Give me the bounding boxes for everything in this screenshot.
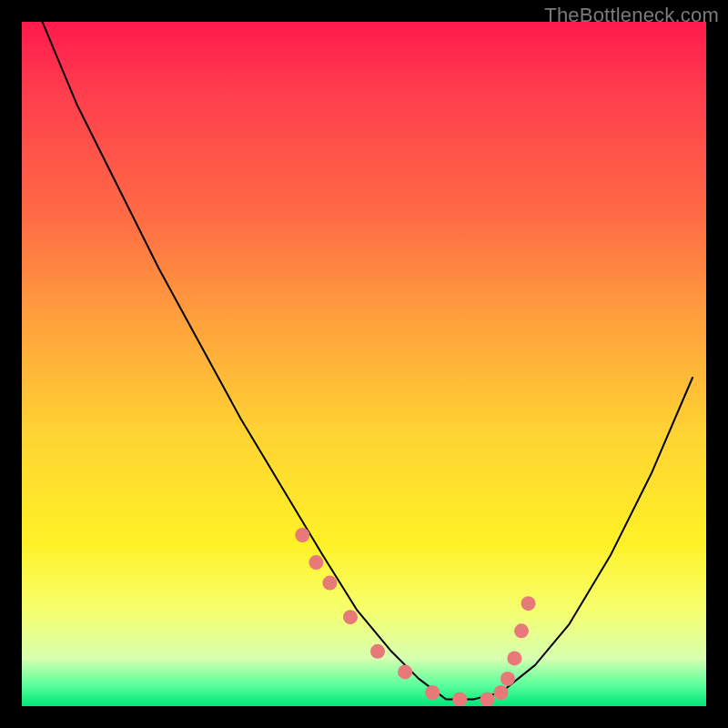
bottleneck-curve-path — [43, 22, 693, 700]
marker-dot — [398, 664, 412, 679]
marker-dot — [480, 693, 494, 707]
marker-dot — [308, 555, 323, 570]
marker-dot — [322, 576, 337, 591]
marker-dot — [370, 644, 385, 659]
marker-dot — [500, 672, 515, 686]
marker-dot — [452, 693, 467, 707]
marker-dot — [425, 685, 440, 700]
curve-layer — [22, 22, 706, 706]
marker-dots — [295, 528, 535, 706]
marker-dot — [493, 685, 508, 700]
marker-dot — [295, 528, 309, 542]
marker-dot — [507, 651, 521, 665]
marker-dot — [521, 596, 536, 611]
plot-area — [22, 22, 706, 706]
bottleneck-curve — [43, 22, 693, 700]
marker-dot — [514, 623, 529, 638]
chart-frame: TheBottleneck.com — [0, 0, 728, 728]
marker-dot — [343, 610, 358, 624]
